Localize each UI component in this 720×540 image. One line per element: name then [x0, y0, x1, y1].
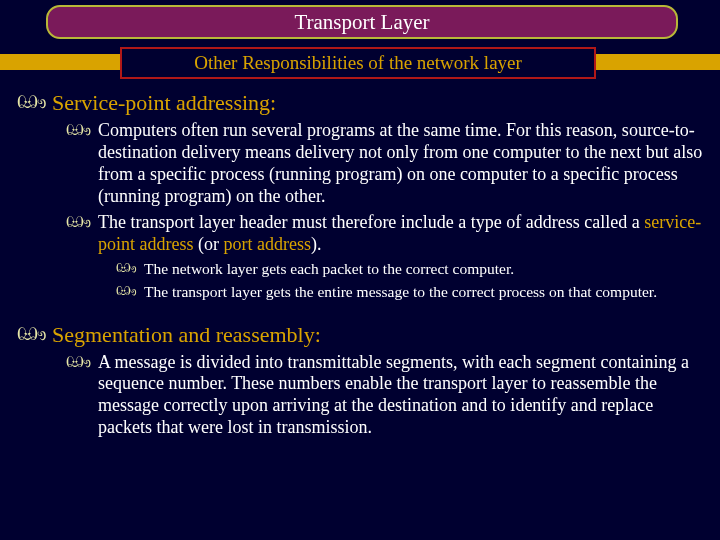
bullet-l2: ඐ The transport layer header must theref…	[58, 212, 708, 256]
heading-text: Segmentation and reassembly:	[52, 322, 321, 348]
bullet-icon: ඐ	[12, 322, 52, 345]
highlight-term: port address	[223, 234, 310, 254]
bullet-icon: ඐ	[12, 90, 52, 113]
slide-title: Transport Layer	[46, 5, 678, 39]
section-heading-1: ඐ Service-point addressing:	[12, 90, 708, 116]
slide-subtitle: Other Responsibilities of the network la…	[120, 47, 596, 79]
body-text: A message is divided into transmittable …	[98, 352, 708, 440]
bullet-l2: ඐ Computers often run several programs a…	[58, 120, 708, 208]
bullet-icon: ඐ	[108, 260, 144, 276]
spacer	[12, 306, 708, 322]
section-heading-2: ඐ Segmentation and reassembly:	[12, 322, 708, 348]
bullet-icon: ඐ	[58, 212, 98, 232]
content-area: ඐ Service-point addressing: ඐ Computers …	[12, 90, 708, 443]
bullet-l2: ඐ A message is divided into transmittabl…	[58, 352, 708, 440]
body-text: The transport layer header must therefor…	[98, 212, 708, 256]
heading-text: Service-point addressing:	[52, 90, 276, 116]
bullet-icon: ඐ	[58, 120, 98, 140]
bullet-icon: ඐ	[58, 352, 98, 372]
slide: Transport Layer Other Responsibilities o…	[0, 0, 720, 540]
body-text: The network layer gets each packet to th…	[144, 260, 514, 279]
body-text: The transport layer gets the entire mess…	[144, 283, 657, 302]
body-text: Computers often run several programs at …	[98, 120, 708, 208]
bullet-l3: ඐ The network layer gets each packet to …	[108, 260, 708, 279]
bullet-icon: ඐ	[108, 283, 144, 299]
bullet-l3: ඐ The transport layer gets the entire me…	[108, 283, 708, 302]
